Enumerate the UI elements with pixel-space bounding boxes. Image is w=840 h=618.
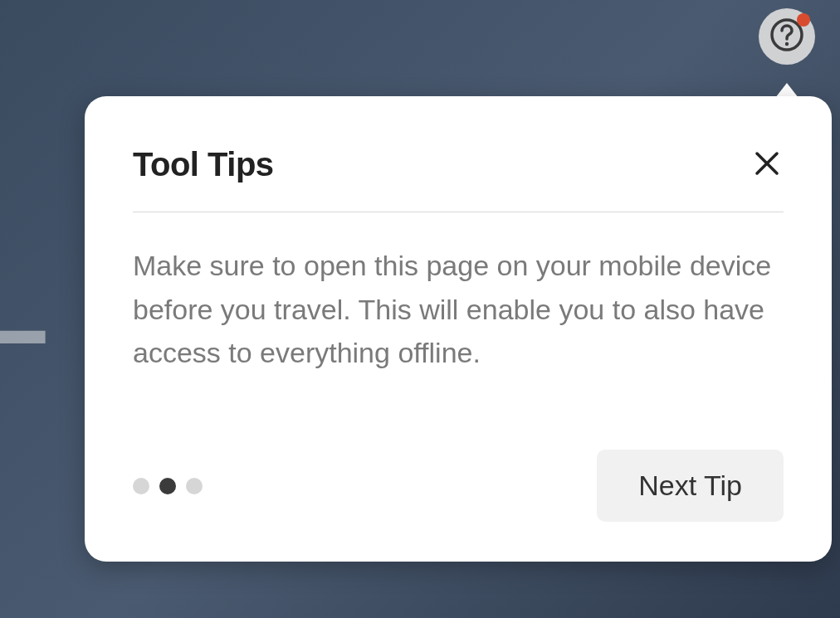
popover-footer: Next Tip [133, 450, 784, 522]
pagination-dot-1[interactable] [133, 478, 149, 494]
background-hero-text-fragment: L [0, 191, 46, 382]
close-button[interactable] [750, 148, 784, 182]
popover-header: Tool Tips [133, 146, 784, 212]
pagination-dots [133, 478, 203, 494]
help-button[interactable] [759, 8, 815, 65]
pagination-dot-3[interactable] [186, 478, 203, 494]
close-icon [755, 151, 779, 179]
popover-body-text: Make sure to open this page on your mobi… [133, 212, 784, 375]
next-tip-button[interactable]: Next Tip [597, 450, 784, 522]
tool-tips-popover: Tool Tips Make sure to open this page on… [85, 96, 832, 562]
notification-dot-icon [797, 13, 810, 27]
popover-title: Tool Tips [133, 146, 274, 183]
pagination-dot-2[interactable] [159, 478, 176, 494]
svg-point-1 [785, 42, 789, 46]
